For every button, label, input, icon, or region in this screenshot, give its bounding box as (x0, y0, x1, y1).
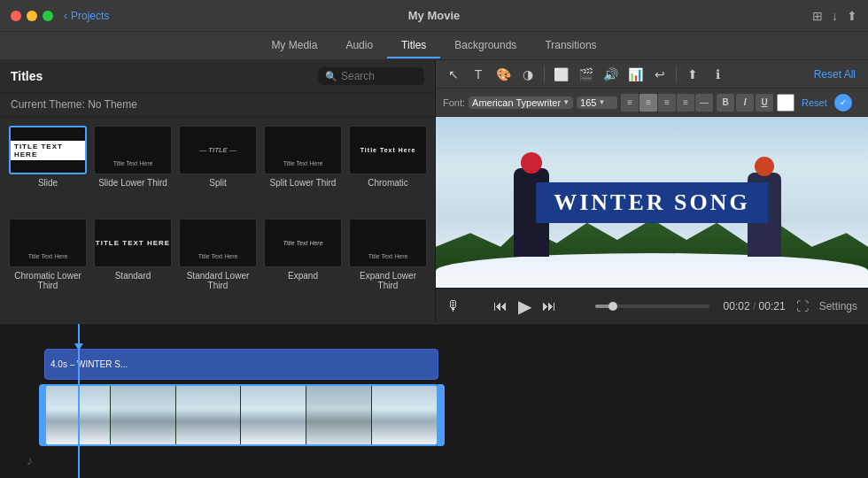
font-name-dropdown[interactable]: American Typewriter ▼ (469, 96, 573, 109)
align-center-button[interactable]: ≡ (639, 94, 657, 112)
title-thumb-standard-lower-third: Title Text Here (179, 219, 257, 267)
microphone-icon[interactable]: 🎙 (446, 298, 461, 314)
tab-transitions[interactable]: Transitions (531, 34, 610, 58)
title-thumb-chromatic: Title Text Here (349, 126, 427, 174)
chromatic-lower-third-label: Chromatic Lower Third (9, 271, 87, 290)
video-clip[interactable] (44, 384, 438, 446)
search-box[interactable]: 🔍 (318, 67, 424, 85)
back-to-projects-button[interactable]: ‹ Projects (64, 10, 109, 22)
italic-button[interactable]: I (736, 94, 754, 112)
reset-all-button[interactable]: Reset All (809, 66, 861, 82)
title-clip[interactable]: 4.0s – WINTER S... (44, 349, 438, 380)
panel-header: Titles 🔍 (0, 60, 435, 93)
title-item-split[interactable]: — TITLE — Split (177, 124, 259, 213)
skip-forward-button[interactable]: ⏭ (542, 298, 556, 314)
theme-label: Current Theme: No Theme (11, 98, 137, 111)
style-buttons: B I U (717, 94, 773, 112)
standard-preview-text: TITLE TEXT HERE (96, 239, 170, 247)
font-size-arrow: ▼ (598, 98, 605, 106)
timeline: 4.0s – WINTER S... ♪ (0, 323, 868, 478)
reset-button[interactable]: Reset (798, 97, 831, 108)
video-tool-icon[interactable]: 🎬 (575, 64, 596, 85)
maximize-button[interactable] (43, 11, 53, 21)
clip-handle-left[interactable] (39, 384, 46, 446)
standard-lower-third-label: Standard Lower Third (179, 271, 257, 290)
chart-tool-icon[interactable]: 📊 (624, 64, 646, 85)
arrow-down-icon[interactable]: ↓ (832, 9, 838, 23)
search-input[interactable] (341, 70, 412, 82)
title-item-slide[interactable]: TITLE TEXT HERE Slide (7, 124, 89, 213)
align-right-button[interactable]: ≡ (658, 94, 676, 112)
font-size-value: 165 (580, 97, 596, 108)
paint-tool-icon[interactable]: 🎨 (492, 64, 514, 85)
titlebar-right-icons: ⊞ ↓ ⬆ (812, 9, 857, 23)
total-time: 00:21 (759, 300, 786, 312)
split-preview-text: — TITLE — (196, 146, 240, 154)
close-button[interactable] (11, 11, 21, 21)
minimize-button[interactable] (27, 11, 37, 21)
search-icon: 🔍 (325, 71, 337, 82)
video-frame-6 (372, 385, 438, 445)
right-toolbar: ↖ T 🎨 ◑ ⬜ 🎬 🔊 📊 ↩ ⬆ ℹ Reset All (436, 60, 868, 89)
time-display: 00:02 / 00:21 (724, 300, 786, 312)
settings-button[interactable]: Settings (819, 300, 857, 312)
tab-titles[interactable]: Titles (387, 34, 440, 58)
video-frame-2 (111, 385, 176, 445)
chromatic-lower-preview-text: Title Text Here (10, 253, 86, 259)
title-thumb-slide: TITLE TEXT HERE (9, 126, 87, 174)
play-button[interactable]: ▶ (518, 296, 531, 317)
title-item-expand[interactable]: Title Text Here Expand (262, 217, 344, 316)
video-frame-3 (176, 385, 242, 445)
timeline-cursor (78, 324, 80, 478)
share-icon[interactable]: ⬆ (682, 64, 703, 85)
storyboard-icon[interactable]: ⊞ (812, 9, 823, 23)
mask-tool-icon[interactable]: ◑ (517, 64, 539, 85)
text-color-swatch[interactable] (777, 94, 794, 112)
crop-tool-icon[interactable]: ⬜ (550, 64, 571, 85)
clip-handle-right[interactable] (438, 384, 445, 446)
tab-audio[interactable]: Audio (331, 34, 387, 58)
time-separator: / (753, 300, 759, 312)
text-tool-icon[interactable]: T (468, 64, 489, 85)
bold-button[interactable]: B (717, 94, 734, 112)
skip-back-button[interactable]: ⏮ (493, 298, 508, 314)
current-time: 00:02 (724, 300, 750, 312)
split-lower-third-label: Split Lower Third (270, 178, 337, 188)
export-icon[interactable]: ⬆ (847, 9, 857, 23)
expand-lower-preview-text: Title Text Here (350, 253, 426, 259)
title-item-chromatic-lower-third[interactable]: Title Text Here Chromatic Lower Third (7, 217, 89, 316)
audio-tool-icon[interactable]: 🔊 (600, 64, 621, 85)
tab-my-media[interactable]: My Media (257, 34, 331, 58)
title-item-standard[interactable]: TITLE TEXT HERE Standard (92, 217, 174, 316)
font-label: Font: (443, 97, 465, 108)
fullscreen-button[interactable]: ⛶ (796, 299, 809, 313)
progress-bar[interactable] (595, 305, 709, 308)
title-item-chromatic[interactable]: Title Text Here Chromatic (347, 124, 429, 213)
toolbar-separator-2 (676, 66, 677, 82)
expand-preview-text: Title Text Here (283, 240, 322, 246)
align-left-button[interactable]: ≡ (621, 94, 639, 112)
titles-grid: TITLE TEXT HERE Slide Title Text Here Sl… (0, 117, 435, 323)
confirm-button[interactable]: ✓ (834, 94, 852, 112)
split-lower-preview-text: Title Text Here (265, 160, 341, 166)
title-item-split-lower-third[interactable]: Title Text Here Split Lower Third (262, 124, 344, 213)
window-controls (11, 11, 53, 21)
main-toolbar: My Media Audio Titles Backgrounds Transi… (0, 32, 868, 60)
slide-label: Slide (38, 178, 58, 188)
video-preview: WINTER SONG (436, 117, 868, 288)
tab-backgrounds[interactable]: Backgrounds (440, 34, 531, 58)
cursor-tool-icon[interactable]: ↖ (443, 64, 464, 85)
font-size-dropdown[interactable]: 165 ▼ (577, 96, 617, 109)
toolbar-separator-1 (544, 66, 545, 82)
underline-button[interactable]: U (756, 94, 773, 112)
title-item-expand-lower-third[interactable]: Title Text Here Expand Lower Third (347, 217, 429, 316)
split-label: Split (209, 178, 226, 188)
align-none-button[interactable]: — (695, 94, 713, 112)
info-icon[interactable]: ℹ (707, 64, 728, 85)
title-item-standard-lower-third[interactable]: Title Text Here Standard Lower Third (177, 217, 259, 316)
title-clip-label: 4.0s – WINTER S... (50, 359, 128, 369)
title-item-slide-lower-third[interactable]: Title Text Here Slide Lower Third (92, 124, 174, 213)
align-justify-button[interactable]: ≡ (677, 94, 694, 112)
title-thumb-split-lower-third: Title Text Here (264, 126, 342, 174)
undo-icon[interactable]: ↩ (649, 64, 670, 85)
